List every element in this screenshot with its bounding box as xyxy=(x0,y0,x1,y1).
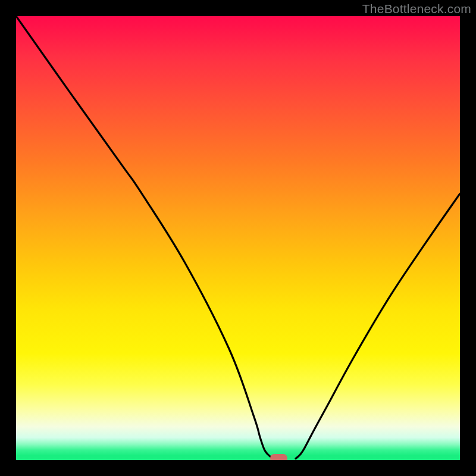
plot-area xyxy=(16,16,460,460)
optimum-marker xyxy=(270,454,287,460)
bottleneck-curve xyxy=(16,16,460,460)
watermark-text: TheBottleneck.com xyxy=(362,2,471,16)
chart-stage: TheBottleneck.com xyxy=(0,0,476,476)
